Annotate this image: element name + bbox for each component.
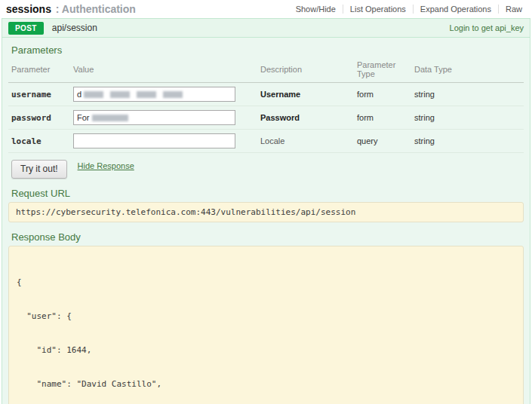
parameters-heading: Parameters (11, 44, 524, 56)
parameters-table: Parameter Value Description Parameter Ty… (8, 59, 524, 153)
col-description: Description (257, 59, 354, 83)
password-value: For (77, 113, 90, 122)
username-value: d (77, 90, 81, 99)
raw-link[interactable]: Raw (498, 5, 529, 14)
submit-row: Try it out! Hide Response (8, 160, 524, 179)
endpoint-path[interactable]: api/session (52, 23, 97, 33)
try-it-out-button[interactable]: Try it out! (11, 160, 67, 179)
response-body-line: "user": { (17, 311, 515, 322)
request-url-heading: Request URL (11, 188, 524, 199)
parameter-name: locale (8, 130, 70, 153)
operation-block: POST api/session Login to get api_key Pa… (2, 18, 530, 404)
endpoint-header[interactable]: POST api/session Login to get api_key (2, 18, 530, 38)
password-input[interactable]: For (73, 110, 235, 125)
col-data-type: Data Type (411, 59, 524, 83)
response-body-line: { (17, 277, 515, 288)
parameter-type: query (354, 130, 411, 153)
redacted-username-value (84, 91, 189, 98)
resource-actions: Show/Hide List Operations Expand Operati… (289, 5, 529, 14)
username-input[interactable]: d (73, 87, 235, 102)
parameter-description: Locale (257, 130, 354, 153)
redacted-password-value (92, 115, 128, 121)
response-body: { "user": { "id": 1644, "name": "David C… (8, 246, 524, 404)
parameter-description: Username (257, 83, 354, 106)
locale-input[interactable] (73, 133, 235, 148)
parameter-data-type: string (411, 83, 524, 106)
parameters-header-row: Parameter Value Description Parameter Ty… (8, 59, 524, 83)
parameter-row-locale: locale Locale query string (8, 130, 524, 153)
parameter-data-type: string (411, 130, 524, 153)
resource-description: : Authentication (56, 3, 136, 15)
list-operations-link[interactable]: List Operations (343, 5, 413, 14)
request-url-value: https://cybersecurity.telefonica.com:443… (8, 202, 524, 222)
col-parameter-type: Parameter Type (354, 59, 411, 83)
parameter-type: form (354, 106, 411, 130)
resource-name: sessions (6, 3, 51, 15)
parameter-row-username: username d Username form string (8, 83, 524, 106)
http-method-badge: POST (8, 22, 44, 35)
expand-operations-link[interactable]: Expand Operations (413, 5, 498, 14)
login-api-key-link[interactable]: Login to get api_key (450, 23, 524, 32)
response-body-line: "id": 1644, (17, 344, 515, 356)
parameter-description: Password (257, 106, 354, 130)
response-body-heading: Response Body (11, 231, 524, 243)
parameter-name: username (8, 83, 70, 106)
resource-header: sessions : Authentication Show/Hide List… (0, 0, 532, 18)
operation-content: Parameters Parameter Value Description P… (2, 38, 530, 404)
show-hide-link[interactable]: Show/Hide (289, 5, 343, 14)
parameter-row-password: password For Password form string (8, 106, 524, 130)
parameter-name: password (8, 106, 70, 130)
parameter-type: form (354, 83, 411, 106)
hide-response-link[interactable]: Hide Response (78, 161, 134, 170)
response-body-line: "name": "David Castillo", (17, 378, 515, 390)
col-parameter: Parameter (8, 59, 70, 83)
parameter-data-type: string (411, 106, 524, 130)
page-title: sessions : Authentication (6, 3, 136, 15)
col-value: Value (70, 59, 257, 83)
